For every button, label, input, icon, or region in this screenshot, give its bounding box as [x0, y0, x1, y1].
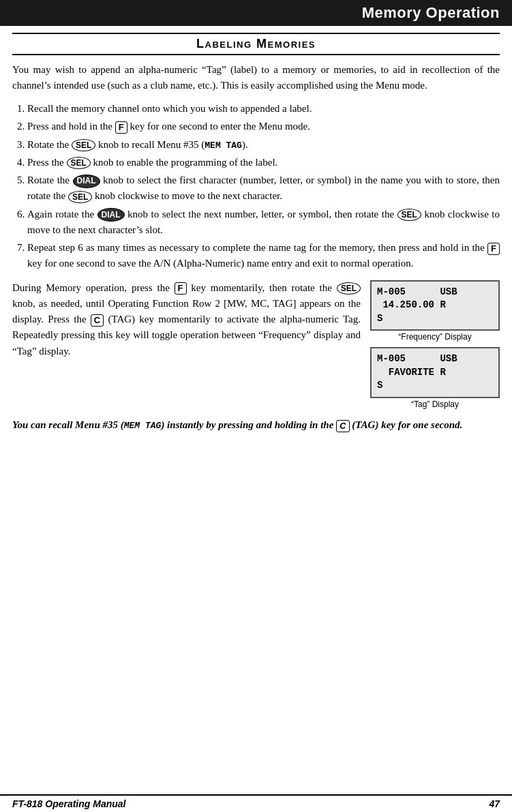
step-4: Press the SEL knob to enable the program…: [27, 155, 500, 170]
main-content: Labeling Memories You may wish to append…: [0, 26, 512, 481]
header-title: Memory Operation: [362, 4, 500, 21]
c-key: C: [91, 314, 104, 327]
steps-list: Recall the memory channel onto which you…: [27, 101, 500, 272]
step-3: Rotate the SEL knob to recall Menu #35 (…: [27, 137, 500, 153]
sel-knob-5: SEL: [337, 282, 361, 295]
f-key: F: [115, 121, 127, 134]
two-col-section: During Memory operation, press the F key…: [12, 280, 500, 410]
frequency-display-caption: “Frequency” Display: [370, 332, 500, 342]
during-paragraph: During Memory operation, press the F key…: [12, 280, 361, 359]
c-key-2: C: [336, 420, 349, 432]
dial-knob: DIAL: [73, 175, 100, 188]
frequency-display: M-005 USB 14.250.00 R S: [370, 280, 500, 331]
tag-display: M-005 USB FAVORITE R S: [370, 347, 500, 398]
step-2: Press and hold in the F key for one seco…: [27, 119, 500, 134]
sel-knob: SEL: [72, 139, 95, 151]
tag-display-container: M-005 USB FAVORITE R S “Tag” Display: [370, 347, 500, 409]
section-title-text: Labeling Memories: [196, 37, 316, 50]
mem-tag-mono: MEM TAG: [124, 421, 162, 431]
italic-bold-paragraph: You can recall Menu #35 (MEM TAG) instan…: [12, 417, 500, 433]
step-1: Recall the memory channel onto which you…: [27, 101, 500, 117]
sel-knob-2: SEL: [67, 157, 91, 169]
sel-knob-4: SEL: [397, 209, 421, 221]
page-footer: FT-818 Operating Manual 47: [0, 794, 512, 812]
tag-display-caption: “Tag” Display: [370, 400, 500, 409]
section-title: Labeling Memories: [12, 33, 500, 55]
sel-knob-3: SEL: [68, 191, 92, 203]
during-text-col: During Memory operation, press the F key…: [12, 280, 361, 359]
footer-right: 47: [489, 798, 500, 809]
step-7: Repeat step 6 as many times as necessary…: [27, 240, 500, 272]
page-header: Memory Operation: [0, 0, 512, 26]
step-6: Again rotate the DIAL knob to select the…: [27, 207, 500, 239]
f-key-3: F: [175, 282, 187, 295]
f-key-2: F: [487, 243, 500, 255]
frequency-display-container: M-005 USB 14.250.00 R S “Frequency” Disp…: [370, 280, 500, 342]
dial-knob-2: DIAL: [97, 208, 125, 222]
footer-left: FT-818 Operating Manual: [12, 798, 125, 809]
step-5: Rotate the DIAL knob to select the first…: [27, 172, 500, 205]
display-images-col: M-005 USB 14.250.00 R S “Frequency” Disp…: [370, 280, 500, 410]
intro-paragraph: You may wish to append an alpha-numeric …: [12, 62, 500, 93]
